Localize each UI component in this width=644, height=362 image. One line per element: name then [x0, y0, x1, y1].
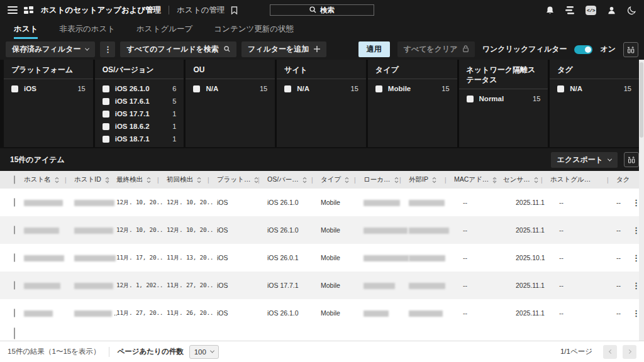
- row-checkbox[interactable]: [14, 281, 15, 290]
- checkbox[interactable]: [11, 85, 18, 92]
- column-header-sensor[interactable]: | センサ…: [503, 175, 550, 184]
- facet-option[interactable]: N/A 15: [193, 82, 267, 95]
- checkbox[interactable]: [284, 85, 291, 92]
- type-cell: Mobile: [321, 309, 364, 317]
- column-header-first-seen[interactable]: | 初回検出: [167, 175, 217, 184]
- facet-option[interactable]: iOS 15: [11, 82, 86, 95]
- tab-hosts[interactable]: ホスト: [14, 20, 38, 39]
- hamburger-menu-icon[interactable]: [8, 6, 18, 14]
- column-header-hostname[interactable]: ホスト名: [24, 175, 74, 184]
- column-header-tag[interactable]: | タク: [616, 175, 632, 184]
- export-button[interactable]: エクスポート: [551, 152, 618, 168]
- checkbox[interactable]: [103, 111, 109, 118]
- facet-option[interactable]: iOS 26.1.0 6: [103, 82, 177, 95]
- dark-mode-moon-icon[interactable]: [627, 6, 636, 15]
- facet-option[interactable]: Normal 15: [467, 92, 541, 105]
- per-page-select[interactable]: 100: [189, 345, 219, 359]
- checkbox[interactable]: [467, 96, 474, 102]
- platform-cell: iOS: [217, 309, 267, 317]
- table-row[interactable]: 12月. 1, 202.. 11月. 27, 20.. iOS iOS 17.7…: [0, 272, 639, 299]
- checkbox[interactable]: [103, 123, 109, 130]
- facet-title: プラットフォーム: [4, 60, 93, 79]
- sort-icon: [345, 177, 349, 184]
- facet-title: OS/バージョン: [95, 60, 184, 79]
- row-checkbox[interactable]: [14, 253, 15, 262]
- apply-button[interactable]: 適用: [358, 41, 390, 57]
- chevron-down-icon: [608, 156, 612, 161]
- one-click-filter-toggle[interactable]: [574, 45, 592, 54]
- global-search-input[interactable]: 検索: [270, 4, 374, 16]
- filter-options-kebab-button[interactable]: [100, 41, 115, 57]
- checkbox[interactable]: [375, 85, 382, 92]
- next-page-button[interactable]: [623, 345, 636, 359]
- host-group-cell: --: [550, 309, 616, 317]
- user-profile-icon[interactable]: [607, 6, 616, 15]
- saved-filters-dropdown[interactable]: 保存済みフィルター: [6, 41, 95, 57]
- prev-page-button[interactable]: [603, 345, 617, 359]
- column-header-last-seen[interactable]: | 最終検出: [116, 175, 167, 184]
- facet-option[interactable]: iOS 18.7.1 1: [103, 133, 177, 145]
- last-seen-cell: 12月. 1, 202..: [116, 282, 167, 290]
- app-launcher-icon[interactable]: [24, 6, 33, 14]
- redacted-hostid: [74, 310, 112, 317]
- column-settings-icon[interactable]: [624, 152, 639, 167]
- facet-option[interactable]: N/A 15: [284, 82, 358, 95]
- sort-icon: [55, 177, 59, 184]
- layers-icon[interactable]: [565, 6, 575, 14]
- mac-cell: --: [454, 254, 503, 261]
- tab-host-groups[interactable]: ホストグループ: [136, 20, 192, 39]
- row-checkbox[interactable]: [14, 327, 15, 339]
- search-all-fields-input[interactable]: すべてのフィールドを検索: [120, 41, 236, 57]
- facet-network-isolation-status: ネットワーク隔離ステータス Normal 15: [459, 60, 548, 147]
- title-divider: [169, 6, 169, 14]
- results-summary: 15件の結果（1〜15を表示）: [8, 347, 101, 356]
- redacted-hostname: [24, 200, 63, 206]
- select-all-checkbox[interactable]: [14, 175, 15, 184]
- column-header-mac[interactable]: | MACアド…: [454, 175, 503, 184]
- code-console-icon[interactable]: </>: [586, 6, 596, 15]
- page-indicator: 1/1ページ: [560, 347, 592, 356]
- column-header-type[interactable]: | タイプ: [321, 175, 364, 184]
- row-checkbox[interactable]: [14, 226, 15, 234]
- facet-option[interactable]: iOS 17.7.1 1: [103, 107, 177, 120]
- facet-footer: + 1その他: [95, 145, 184, 147]
- mac-cell: --: [454, 199, 503, 206]
- last-seen-cell: 11月. 27, 20..: [116, 309, 167, 317]
- os-version-cell: iOS 17.7.1: [267, 282, 321, 289]
- hosts-table: ホスト名 | ホストID | 最終検出 | 初回検出 | プラット… | OS/…: [0, 171, 639, 341]
- facet-option[interactable]: N/A 15: [557, 82, 631, 95]
- search-icon: [309, 6, 316, 14]
- facet-option[interactable]: Mobile 15: [375, 82, 450, 95]
- column-header-platform[interactable]: | プラット…: [217, 175, 267, 184]
- last-seen-cell: 12月. 10, 20..: [116, 199, 167, 207]
- row-checkbox[interactable]: [14, 309, 15, 317]
- topbar-actions: </>: [545, 6, 636, 15]
- checkbox[interactable]: [103, 136, 109, 143]
- tab-content-update-status[interactable]: コンテンツ更新の状態: [214, 20, 294, 39]
- column-header-hostid[interactable]: | ホストID: [74, 175, 116, 184]
- checkbox[interactable]: [103, 98, 109, 105]
- table-row[interactable]: 11月. 17, 20.. 11月. 13, 20.. iOS iOS 26.0…: [0, 244, 639, 272]
- redacted-hostname: [24, 310, 53, 317]
- tab-hidden-hosts[interactable]: 非表示のホスト: [59, 20, 115, 39]
- table-row[interactable]: 12月. 10, 20.. 12月. 10, 20.. iOS iOS 26.1…: [0, 189, 639, 216]
- checkbox[interactable]: [103, 85, 109, 92]
- checkbox[interactable]: [193, 85, 200, 92]
- notifications-bell-icon[interactable]: [545, 6, 555, 15]
- facet-settings-icon[interactable]: [623, 42, 638, 57]
- column-header-local-ip[interactable]: | ローカ…: [364, 175, 409, 184]
- page-title[interactable]: ホストの管理: [177, 5, 225, 16]
- bookmark-icon[interactable]: [231, 6, 238, 14]
- facet-option[interactable]: iOS 18.6.2 1: [103, 120, 177, 133]
- scrollbar-thumb[interactable]: [640, 62, 643, 138]
- row-checkbox[interactable]: [14, 198, 15, 207]
- table-row[interactable]: 12月. 10, 20.. 12月. 10, 20.. iOS iOS 26.1…: [0, 216, 639, 244]
- sensor-cell: 2025.10.1: [503, 254, 550, 261]
- column-header-external-ip[interactable]: | 外部IP: [409, 175, 454, 184]
- checkbox[interactable]: [557, 85, 564, 92]
- facet-option[interactable]: iOS 17.6.1 5: [103, 95, 177, 107]
- table-row[interactable]: .. 11月. 27, 20.. 11月. 26, 20.. iOS iOS 2…: [0, 299, 639, 327]
- vertical-scrollbar[interactable]: [639, 60, 644, 341]
- redacted-local-ip: [364, 200, 400, 206]
- add-filter-button[interactable]: フィルターを追加: [242, 41, 326, 57]
